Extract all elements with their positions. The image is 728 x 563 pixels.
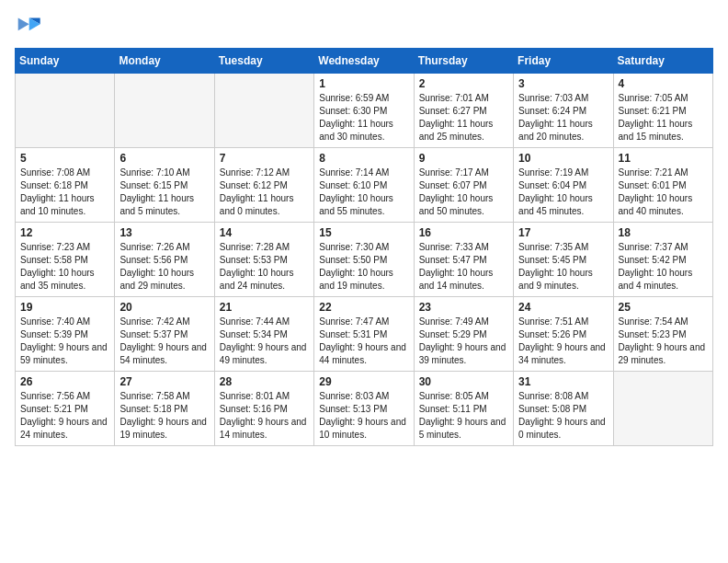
calendar-cell: 4 Sunrise: 7:05 AM Sunset: 6:21 PM Dayli…: [613, 74, 712, 148]
page-header: [15, 15, 713, 37]
calendar-cell: 27 Sunrise: 7:58 AM Sunset: 5:18 PM Dayl…: [115, 372, 214, 446]
daylight-label: Daylight: 10 hours and 40 minutes.: [619, 193, 693, 216]
day-number: 28: [220, 375, 309, 388]
day-info: Sunrise: 7:40 AM Sunset: 5:39 PM Dayligh…: [20, 316, 109, 367]
daylight-label: Daylight: 10 hours and 50 minutes.: [419, 193, 494, 216]
day-number: 6: [119, 152, 209, 165]
calendar-week-row: 5 Sunrise: 7:08 AM Sunset: 6:18 PM Dayli…: [16, 148, 713, 223]
day-number: 1: [319, 77, 408, 90]
day-info: Sunrise: 7:14 AM Sunset: 6:10 PM Dayligh…: [319, 167, 408, 218]
sunset-label: Sunset:: [319, 404, 350, 414]
sunrise-label: Sunrise:: [518, 167, 552, 178]
daylight-label: Daylight: 10 hours and 29 minutes.: [119, 268, 194, 291]
sunrise-label: Sunrise:: [220, 167, 254, 178]
sunset-label: Sunset:: [20, 180, 51, 190]
day-info: Sunrise: 7:35 AM Sunset: 5:45 PM Dayligh…: [518, 241, 608, 293]
daylight-label: Daylight: 9 hours and 39 minutes.: [419, 342, 506, 365]
day-number: 19: [20, 301, 109, 314]
day-info: Sunrise: 8:01 AM Sunset: 5:16 PM Dayligh…: [220, 390, 309, 442]
sunrise-label: Sunrise:: [119, 316, 154, 327]
sunrise-label: Sunrise:: [518, 93, 552, 103]
calendar-cell: 10 Sunrise: 7:19 AM Sunset: 6:04 PM Dayl…: [514, 148, 613, 223]
weekday-header: Monday: [115, 49, 214, 74]
sunrise-label: Sunrise:: [518, 316, 552, 327]
day-number: 21: [220, 301, 309, 314]
sunrise-label: Sunrise:: [119, 167, 154, 178]
day-number: 9: [419, 152, 508, 165]
weekday-header: Tuesday: [214, 49, 313, 74]
day-number: 3: [518, 77, 608, 90]
day-number: 13: [119, 226, 209, 239]
day-number: 10: [518, 152, 608, 165]
daylight-label: Daylight: 11 hours and 20 minutes.: [518, 119, 593, 142]
daylight-label: Daylight: 10 hours and 9 minutes.: [518, 268, 593, 291]
weekday-header: Saturday: [613, 49, 712, 74]
sunset-label: Sunset:: [518, 255, 550, 265]
day-info: Sunrise: 7:58 AM Sunset: 5:18 PM Dayligh…: [119, 390, 209, 442]
sunset-label: Sunset:: [518, 106, 550, 116]
daylight-label: Daylight: 9 hours and 29 minutes.: [619, 342, 706, 365]
day-number: 22: [319, 301, 408, 314]
calendar-cell: 8 Sunrise: 7:14 AM Sunset: 6:10 PM Dayli…: [314, 148, 414, 223]
sunset-label: Sunset:: [419, 329, 450, 339]
calendar-cell: 11 Sunrise: 7:21 AM Sunset: 6:01 PM Dayl…: [613, 148, 712, 223]
daylight-label: Daylight: 10 hours and 19 minutes.: [319, 268, 393, 291]
sunset-label: Sunset:: [619, 255, 650, 265]
day-info: Sunrise: 7:49 AM Sunset: 5:29 PM Dayligh…: [419, 316, 508, 367]
day-number: 24: [518, 301, 608, 314]
sunset-label: Sunset:: [419, 255, 450, 265]
day-info: Sunrise: 7:30 AM Sunset: 5:50 PM Dayligh…: [319, 241, 408, 293]
day-info: Sunrise: 7:08 AM Sunset: 6:18 PM Dayligh…: [20, 167, 109, 218]
sunset-label: Sunset:: [119, 180, 151, 190]
daylight-label: Daylight: 9 hours and 49 minutes.: [220, 342, 307, 365]
day-info: Sunrise: 7:03 AM Sunset: 6:24 PM Dayligh…: [518, 92, 608, 144]
calendar-cell: 31 Sunrise: 8:08 AM Sunset: 5:08 PM Dayl…: [514, 372, 613, 446]
sunrise-label: Sunrise:: [419, 316, 453, 327]
calendar-cell: 6 Sunrise: 7:10 AM Sunset: 6:15 PM Dayli…: [115, 148, 214, 223]
calendar-cell: 20 Sunrise: 7:42 AM Sunset: 5:37 PM Dayl…: [115, 297, 214, 372]
day-info: Sunrise: 7:51 AM Sunset: 5:26 PM Dayligh…: [518, 316, 608, 367]
sunset-label: Sunset:: [220, 404, 251, 414]
day-number: 18: [619, 226, 708, 239]
sunset-label: Sunset:: [419, 106, 450, 116]
daylight-label: Daylight: 9 hours and 0 minutes.: [518, 417, 606, 440]
sunrise-label: Sunrise:: [319, 167, 353, 178]
day-number: 14: [220, 226, 309, 239]
day-number: 2: [419, 77, 508, 90]
day-number: 20: [119, 301, 209, 314]
sunset-label: Sunset:: [518, 329, 550, 339]
sunset-label: Sunset:: [220, 255, 251, 265]
day-number: 12: [20, 226, 109, 239]
daylight-label: Daylight: 11 hours and 0 minutes.: [220, 193, 294, 216]
sunrise-label: Sunrise:: [419, 167, 453, 178]
calendar-cell: 14 Sunrise: 7:28 AM Sunset: 5:53 PM Dayl…: [214, 223, 313, 297]
sunset-label: Sunset:: [319, 329, 350, 339]
sunrise-label: Sunrise:: [619, 93, 653, 103]
daylight-label: Daylight: 9 hours and 14 minutes.: [220, 417, 307, 440]
weekday-header: Wednesday: [314, 49, 414, 74]
calendar-cell: 30 Sunrise: 8:05 AM Sunset: 5:11 PM Dayl…: [414, 372, 513, 446]
day-info: Sunrise: 6:59 AM Sunset: 6:30 PM Dayligh…: [319, 92, 408, 144]
sunset-label: Sunset:: [119, 404, 151, 414]
calendar-week-row: 19 Sunrise: 7:40 AM Sunset: 5:39 PM Dayl…: [16, 297, 713, 372]
day-number: 26: [20, 375, 109, 388]
sunset-label: Sunset:: [619, 329, 650, 339]
sunrise-label: Sunrise:: [20, 316, 54, 327]
day-number: 8: [319, 152, 408, 165]
day-info: Sunrise: 7:56 AM Sunset: 5:21 PM Dayligh…: [20, 390, 109, 442]
calendar-cell: [115, 74, 214, 148]
day-number: 16: [419, 226, 508, 239]
sunset-label: Sunset:: [518, 404, 550, 414]
day-info: Sunrise: 7:28 AM Sunset: 5:53 PM Dayligh…: [220, 241, 309, 293]
daylight-label: Daylight: 10 hours and 14 minutes.: [419, 268, 494, 291]
calendar-cell: 17 Sunrise: 7:35 AM Sunset: 5:45 PM Dayl…: [514, 223, 613, 297]
sunrise-label: Sunrise:: [119, 242, 154, 252]
sunset-label: Sunset:: [119, 329, 151, 339]
day-info: Sunrise: 7:33 AM Sunset: 5:47 PM Dayligh…: [419, 241, 508, 293]
calendar-week-row: 26 Sunrise: 7:56 AM Sunset: 5:21 PM Dayl…: [16, 372, 713, 446]
logo-icon: [15, 15, 40, 37]
sunrise-label: Sunrise:: [20, 391, 54, 401]
daylight-label: Daylight: 11 hours and 10 minutes.: [20, 193, 95, 216]
daylight-label: Daylight: 11 hours and 15 minutes.: [619, 119, 693, 142]
daylight-label: Daylight: 10 hours and 45 minutes.: [518, 193, 593, 216]
